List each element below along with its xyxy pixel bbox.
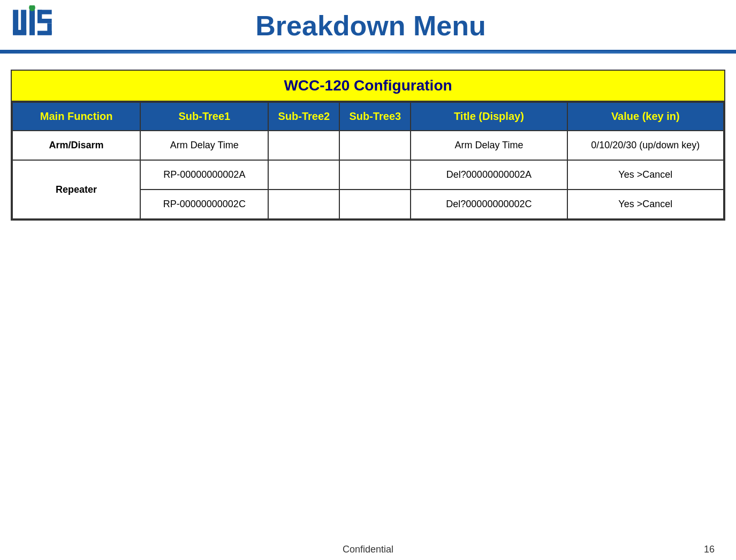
config-table: Main Function Sub-Tree1 Sub-Tree2 Sub-Tr… <box>12 102 724 220</box>
cell-title-display-1: Arm Delay Time <box>411 131 567 160</box>
cell-sub-tree3-1 <box>339 131 411 160</box>
cell-value-key-in-2: Yes >Cancel <box>567 160 724 190</box>
cell-value-key-in-3: Yes >Cancel <box>567 190 724 219</box>
page-title: Breakdown Menu <box>75 10 720 42</box>
cell-sub-tree2-3 <box>268 190 339 219</box>
col-header-sub-tree1: Sub-Tree1 <box>140 102 268 131</box>
cell-value-key-in-1: 0/10/20/30 (up/down key) <box>567 131 724 160</box>
cell-sub-tree1-1: Arm Delay Time <box>140 131 268 160</box>
table-row: Repeater RP-00000000002A Del?00000000002… <box>12 160 724 190</box>
cell-title-display-2: Del?00000000002A <box>411 160 567 190</box>
cell-sub-tree3-3 <box>339 190 411 219</box>
col-header-title-display: Title (Display) <box>411 102 567 131</box>
svg-rect-6 <box>37 19 52 23</box>
cell-sub-tree1-2: RP-00000000002A <box>140 160 268 190</box>
wcc-config-title: WCC-120 Configuration <box>12 71 724 102</box>
col-header-main-function: Main Function <box>12 102 140 131</box>
footer-confidential-label: Confidential <box>343 544 393 555</box>
config-table-wrapper: WCC-120 Configuration Main Function Sub-… <box>11 70 725 221</box>
col-header-value-key-in: Value (key in) <box>567 102 724 131</box>
svg-rect-8 <box>37 31 52 35</box>
cell-sub-tree2-2 <box>268 160 339 190</box>
cell-sub-tree1-3: RP-00000000002C <box>140 190 268 219</box>
table-header-row: Main Function Sub-Tree1 Sub-Tree2 Sub-Tr… <box>12 102 724 131</box>
cell-title-display-3: Del?00000000002C <box>411 190 567 219</box>
table-row: Arm/Disarm Arm Delay Time Arm Delay Time… <box>12 131 724 160</box>
cell-main-function-1: Arm/Disarm <box>12 131 140 160</box>
col-header-sub-tree3: Sub-Tree3 <box>339 102 411 131</box>
svg-rect-2 <box>21 10 26 34</box>
col-header-sub-tree2: Sub-Tree2 <box>268 102 339 131</box>
cell-main-function-2: Repeater <box>12 160 140 219</box>
main-content: WCC-120 Configuration Main Function Sub-… <box>0 54 736 231</box>
logo <box>11 5 64 46</box>
uis-logo <box>11 5 64 46</box>
page-header: Breakdown Menu <box>0 0 736 51</box>
footer-page-number: 16 <box>704 544 715 555</box>
svg-rect-3 <box>29 10 35 35</box>
cell-sub-tree3-2 <box>339 160 411 190</box>
cell-sub-tree2-1 <box>268 131 339 160</box>
